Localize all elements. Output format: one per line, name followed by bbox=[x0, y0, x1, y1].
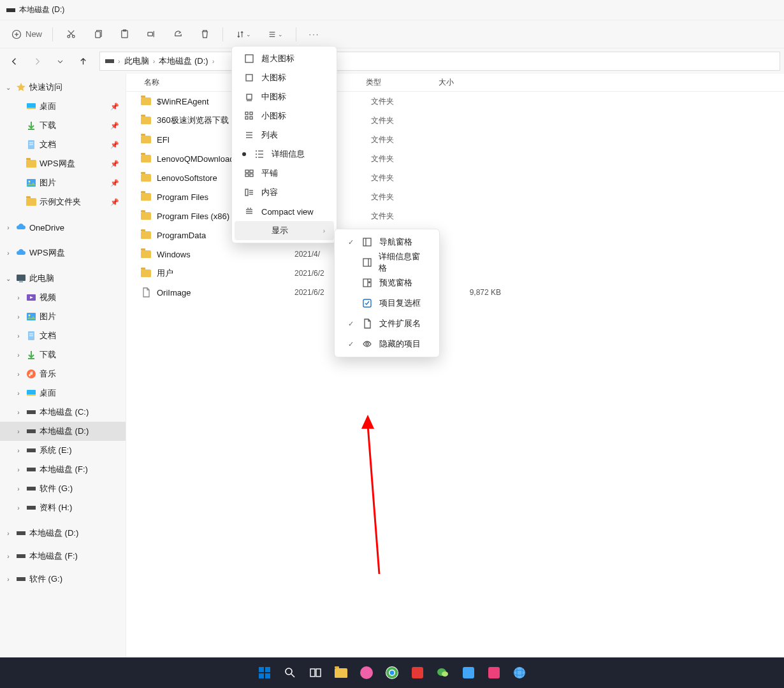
svg-rect-40 bbox=[245, 117, 248, 119]
menu-item-show[interactable]: 显示› bbox=[235, 221, 334, 240]
taskview-button[interactable] bbox=[305, 663, 326, 683]
menu-item-2[interactable]: 中图标 bbox=[235, 87, 334, 106]
submenu-label: 项目复选框 bbox=[379, 297, 421, 309]
submenu-item-1[interactable]: 详细信息窗格 bbox=[337, 252, 437, 273]
app-icon[interactable] bbox=[484, 663, 504, 683]
submenu-item-5[interactable]: ✓ 隐藏的项目 bbox=[337, 334, 437, 354]
sidebar-pc-2[interactable]: ›文档 bbox=[0, 326, 126, 345]
up-button[interactable] bbox=[73, 51, 93, 71]
sidebar-pc-8[interactable]: ›系统 (E:) bbox=[0, 441, 126, 460]
forward-button[interactable] bbox=[27, 51, 47, 71]
sidebar-pc-6[interactable]: ›本地磁盘 (C:) bbox=[0, 403, 126, 422]
submenu-item-0[interactable]: ✓ 导航窗格 bbox=[337, 232, 437, 252]
chrome-icon bbox=[385, 666, 399, 680]
file-row[interactable]: LenovoQMDownload 6 19:40 文件夹 bbox=[126, 149, 784, 168]
share-button[interactable] bbox=[165, 22, 191, 47]
svg-rect-79 bbox=[310, 669, 315, 677]
quick-access[interactable]: ⌄快速访问 bbox=[0, 78, 126, 97]
file-row[interactable]: EFI 6 17:18 文件夹 bbox=[126, 130, 784, 149]
sidebar-item-0[interactable]: 桌面📌 bbox=[0, 97, 126, 116]
delete-button[interactable] bbox=[192, 22, 217, 47]
sidebar-pc-10[interactable]: ›软件 (G:) bbox=[0, 479, 126, 498]
search-button[interactable] bbox=[280, 663, 300, 683]
rename-button[interactable] bbox=[138, 22, 164, 47]
sidebar-drive2-1[interactable]: ›本地磁盘 (F:) bbox=[0, 547, 126, 566]
sidebar-item-5[interactable]: 示例文件夹📌 bbox=[0, 192, 126, 211]
this-pc[interactable]: ⌄此电脑 bbox=[0, 269, 126, 288]
menu-item-4[interactable]: 列表 bbox=[235, 125, 334, 145]
menu-item-7[interactable]: 内容 bbox=[235, 183, 334, 202]
app-icon[interactable] bbox=[509, 663, 530, 683]
submenu-item-2[interactable]: 预览窗格 bbox=[337, 273, 437, 293]
menu-item-5[interactable]: 详细信息 bbox=[235, 145, 334, 164]
submenu-item-3[interactable]: 项目复选框 bbox=[337, 293, 437, 313]
menu-item-1[interactable]: 大图标 bbox=[235, 68, 334, 87]
breadcrumb-item[interactable]: 本地磁盘 (D:) bbox=[159, 55, 208, 67]
menu-label: Compact view bbox=[261, 207, 325, 217]
app-icon[interactable] bbox=[407, 663, 428, 683]
svg-rect-74 bbox=[265, 667, 270, 672]
sidebar-drive2-0[interactable]: ›本地磁盘 (D:) bbox=[0, 524, 126, 543]
sidebar-pc-4[interactable]: ›音乐 bbox=[0, 364, 126, 383]
chrome-button[interactable] bbox=[382, 663, 402, 683]
wechat-button[interactable] bbox=[433, 663, 453, 683]
menu-icon bbox=[243, 110, 255, 122]
sidebar-item-1[interactable]: 下载📌 bbox=[0, 116, 126, 135]
file-row[interactable]: Windows 2021/4/ bbox=[126, 245, 784, 264]
sidebar-item-2[interactable]: 文档📌 bbox=[0, 135, 126, 154]
breadcrumb-item[interactable]: 此电脑 bbox=[124, 55, 149, 67]
menu-icon bbox=[243, 206, 255, 217]
sidebar-pc-0[interactable]: ›视频 bbox=[0, 288, 126, 307]
sidebar-pc-1[interactable]: ›图片 bbox=[0, 307, 126, 326]
start-button[interactable] bbox=[254, 663, 275, 683]
menu-label: 显示 bbox=[243, 225, 317, 236]
paste-button[interactable] bbox=[112, 22, 137, 47]
menu-item-8[interactable]: Compact view bbox=[235, 202, 334, 221]
sidebar-cloud-1[interactable]: ›WPS网盘 bbox=[0, 243, 126, 262]
file-row[interactable]: 用户 2021/6/2 bbox=[126, 264, 784, 283]
sidebar-pc-9[interactable]: ›本地磁盘 (F:) bbox=[0, 460, 126, 479]
svg-rect-90 bbox=[488, 667, 500, 678]
sort-button[interactable]: ⌄ bbox=[228, 22, 259, 47]
col-type[interactable]: 类型 bbox=[366, 77, 439, 88]
more-button[interactable]: ··· bbox=[301, 22, 327, 47]
file-row[interactable]: ProgramData bbox=[126, 226, 784, 245]
svg-point-70 bbox=[366, 343, 368, 345]
copy-button[interactable] bbox=[85, 22, 110, 47]
sidebar-pc-7[interactable]: ›本地磁盘 (D:) bbox=[0, 422, 126, 441]
menu-item-3[interactable]: 小图标 bbox=[235, 106, 334, 125]
submenu-item-4[interactable]: ✓ 文件扩展名 bbox=[337, 313, 437, 334]
menu-item-6[interactable]: 平铺 bbox=[235, 164, 334, 183]
sidebar-pc-11[interactable]: ›资料 (H:) bbox=[0, 498, 126, 517]
sidebar-item-3[interactable]: WPS网盘📌 bbox=[0, 154, 126, 173]
submenu-label: 隐藏的项目 bbox=[379, 338, 421, 350]
file-row[interactable]: OriImage 2021/6/2 9,872 KB bbox=[126, 283, 784, 302]
svg-point-85 bbox=[390, 671, 395, 675]
sidebar-pc-5[interactable]: ›桌面 bbox=[0, 383, 126, 403]
taskview-icon bbox=[309, 666, 322, 679]
view-button[interactable]: ⌄ bbox=[260, 22, 291, 47]
col-size[interactable]: 大小 bbox=[439, 77, 496, 88]
new-button[interactable]: New bbox=[6, 22, 47, 47]
file-row[interactable]: 360极速浏览器下载 3 17:26 文件夹 bbox=[126, 111, 784, 130]
sidebar-drive2-2[interactable]: ›软件 (G:) bbox=[0, 570, 126, 589]
breadcrumb[interactable]: › 此电脑 › 本地磁盘 (D:) › bbox=[99, 52, 780, 71]
file-type: 文件夹 bbox=[371, 154, 444, 164]
file-row[interactable]: LenovoSoftstore 6 23:31 文件夹 bbox=[126, 168, 784, 187]
back-button[interactable] bbox=[4, 51, 24, 71]
sidebar-cloud-0[interactable]: ›OneDrive bbox=[0, 218, 126, 237]
svg-point-88 bbox=[442, 671, 448, 677]
app-icon[interactable] bbox=[356, 663, 377, 683]
sidebar-pc-3[interactable]: ›下载 bbox=[0, 345, 126, 364]
explorer-button[interactable] bbox=[331, 663, 351, 683]
sidebar-item-4[interactable]: 图片📌 bbox=[0, 173, 126, 192]
file-row[interactable]: $WinREAgent 2:15 文件夹 bbox=[126, 92, 784, 111]
hidden-icon bbox=[361, 338, 373, 350]
app-icon[interactable] bbox=[458, 663, 479, 683]
menu-icon bbox=[254, 148, 265, 160]
file-row[interactable]: Program Files (x86) 6 15:00 文件夹 bbox=[126, 206, 784, 226]
menu-item-0[interactable]: 超大图标 bbox=[235, 49, 334, 68]
file-row[interactable]: Program Files 2:41 文件夹 bbox=[126, 187, 784, 206]
cut-button[interactable] bbox=[58, 22, 83, 47]
recent-dropdown[interactable] bbox=[50, 51, 70, 71]
